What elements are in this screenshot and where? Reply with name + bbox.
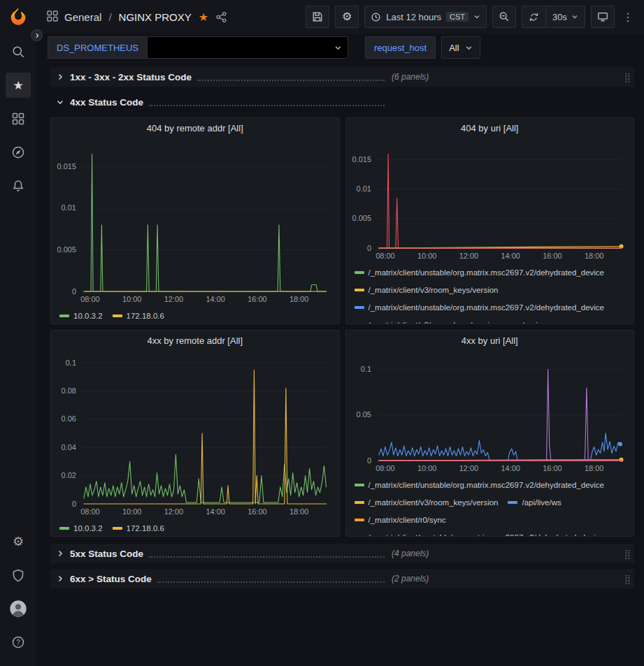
legend-item[interactable]: /sw.js (508, 316, 541, 324)
legend-item[interactable]: /_matrix/client/unstable/org.matrix.msc2… (355, 298, 605, 316)
panel-title[interactable]: 4xx by uri [All] (346, 331, 634, 350)
legend: 10.0.3.2172.18.0.6 (51, 305, 339, 324)
legend-item[interactable]: /_matrix/client/r0/sync (355, 511, 446, 528)
legend-label: /_matrix/client/v3/room_keys/version (368, 498, 499, 507)
refresh-interval-dropdown[interactable]: 30s (545, 6, 585, 27)
datasource-label[interactable]: DS_PROMETHEUS (48, 36, 147, 59)
help-icon[interactable]: ? (6, 630, 31, 655)
series-color-swatch (59, 527, 69, 530)
svg-text:0.02: 0.02 (62, 471, 76, 479)
row-drag-handle[interactable]: ⣿ (624, 574, 630, 584)
legend-item[interactable]: /_matrix/client/v3/room_keys/version (355, 493, 499, 511)
chevron-down-icon (56, 98, 64, 106)
dashboard-title[interactable]: NGINX PROXY (119, 11, 192, 23)
apps-grid-icon (46, 10, 59, 24)
timezone-badge: CST (446, 12, 468, 22)
panel-title[interactable]: 4xx by remote addr [All] (51, 331, 339, 350)
breadcrumb-section[interactable]: General (64, 11, 101, 23)
legend-item[interactable]: /_matrix/client/v3/room_keys/version (355, 281, 499, 298)
legend-item[interactable]: /_matrix/client/unstable/org.matrix.msc2… (355, 476, 605, 493)
svg-text:0.04: 0.04 (62, 443, 76, 451)
svg-text:0: 0 (72, 500, 76, 508)
legend-item[interactable]: /api/live/ws (508, 493, 561, 511)
panel-404-by-uri: 404 by uri [All] 00.0050.010.01508:0010:… (345, 117, 635, 324)
explore-compass-icon[interactable] (6, 140, 31, 165)
save-dashboard-button[interactable] (306, 6, 329, 28)
svg-text:12:00: 12:00 (164, 295, 184, 303)
grafana-logo[interactable] (8, 6, 29, 29)
svg-text:0.015: 0.015 (57, 162, 76, 171)
svg-text:14:00: 14:00 (206, 507, 225, 516)
legend: /_matrix/client/unstable/org.matrix.msc2… (346, 475, 634, 537)
row-drag-handle[interactable]: ⣿ (624, 73, 630, 82)
favorite-star-icon[interactable]: ★ (199, 10, 208, 24)
series-color-swatch (59, 314, 69, 317)
svg-text:10:00: 10:00 (122, 295, 142, 303)
row-6xx-status-code[interactable]: 6xx > Status Code (2 panels) ⣿ (50, 569, 634, 588)
refresh-controls: 30s (522, 6, 585, 28)
legend-item[interactable]: /_matrix/client/v3/room_keys/version (355, 316, 499, 324)
datasource-value-select[interactable] (147, 36, 348, 59)
row-title: 1xx - 3xx - 2xx Status Code (70, 72, 192, 82)
chart-canvas[interactable]: 00.020.040.060.080.108:0010:0012:0014:00… (51, 350, 339, 518)
series-color-swatch (355, 536, 364, 537)
panel-title[interactable]: 404 by uri [All] (346, 118, 634, 138)
profile-avatar[interactable] (6, 596, 31, 621)
server-admin-shield-icon[interactable] (6, 563, 31, 588)
legend-label: 172.18.0.6 (127, 524, 164, 533)
dotted-leader (149, 550, 385, 558)
svg-text:0.1: 0.1 (66, 359, 76, 367)
legend-label: /_matrix/client/unstable/org.matrix.msc2… (368, 268, 605, 277)
svg-text:0: 0 (72, 287, 76, 296)
chart-canvas[interactable]: 00.0050.010.01508:0010:0012:0014:0016:00… (346, 138, 634, 262)
request-host-value-select[interactable]: All (441, 36, 480, 59)
legend-item[interactable]: 172.18.0.6 (113, 519, 164, 537)
dashboard-settings-button[interactable]: ⚙ (335, 6, 359, 28)
panel-title[interactable]: 404 by remote addr [All] (51, 118, 339, 138)
zoom-out-button[interactable] (492, 6, 516, 28)
dashboard-canvas: 1xx - 3xx - 2xx Status Code (6 panels) ⣿… (36, 61, 644, 666)
legend-label: 10.0.3.2 (73, 524, 103, 533)
svg-text:18:00: 18:00 (289, 507, 309, 516)
chevron-down-icon (465, 44, 473, 52)
dashboards-icon[interactable] (6, 106, 31, 131)
chart-canvas[interactable]: 00.050.108:0010:0012:0014:0016:0018:00 (346, 350, 634, 475)
row-4xx-status-code[interactable]: 4xx Status Code (50, 92, 634, 112)
time-range-picker[interactable]: Last 12 hours CST (364, 6, 487, 28)
request-host-label[interactable]: request_host (365, 36, 436, 59)
cycle-view-mode-button[interactable] (591, 6, 615, 28)
svg-text:14:00: 14:00 (501, 464, 520, 472)
legend-item[interactable]: 10.0.3.2 (59, 519, 103, 537)
row-1xx-3xx-2xx-status-code[interactable]: 1xx - 3xx - 2xx Status Code (6 panels) ⣿ (50, 67, 634, 87)
legend-label: /sw.js (522, 321, 541, 325)
svg-text:0.01: 0.01 (62, 203, 76, 212)
legend-label: /_matrix/client/r0/sync (368, 516, 446, 524)
configuration-gear-icon[interactable]: ⚙ (6, 529, 31, 554)
row-5xx-status-code[interactable]: 5xx Status Code (4 panels) ⣿ (50, 544, 634, 563)
chart-canvas[interactable]: 00.0050.010.01508:0010:0012:0014:0016:00… (51, 138, 339, 305)
request-host-value: All (449, 43, 459, 53)
alerting-bell-icon[interactable] (6, 173, 31, 198)
kebab-menu-icon[interactable]: ⋮ (620, 6, 636, 28)
legend: 10.0.3.2172.18.0.6 (51, 518, 339, 537)
panel-404-by-remote-addr: 404 by remote addr [All] 00.0050.010.015… (50, 117, 340, 324)
svg-text:0.06: 0.06 (62, 414, 76, 423)
svg-text:12:00: 12:00 (459, 252, 478, 260)
search-icon[interactable] (6, 39, 31, 64)
share-icon[interactable] (215, 11, 227, 23)
refresh-button[interactable] (522, 6, 545, 27)
series-color-swatch (355, 519, 364, 521)
starred-dashboards-icon[interactable]: ★ (6, 73, 31, 98)
sidebar-bottom: ⚙ ? (6, 529, 31, 666)
expand-sidebar-button[interactable] (31, 29, 43, 41)
dotted-leader (149, 99, 385, 106)
series-color-swatch (113, 527, 122, 530)
dotted-leader (197, 73, 385, 81)
legend-item[interactable]: 10.0.3.2 (59, 307, 103, 324)
svg-text:12:00: 12:00 (459, 464, 478, 472)
legend: /_matrix/client/unstable/org.matrix.msc2… (346, 262, 634, 324)
legend-item[interactable]: /_matrix/client/unstable/org.matrix.msc2… (355, 263, 605, 281)
legend-item[interactable]: 172.18.0.6 (113, 307, 164, 324)
row-drag-handle[interactable]: ⣿ (624, 549, 630, 558)
legend-item[interactable]: /_matrix/client/unstable/org.matrix.msc2… (355, 528, 605, 537)
